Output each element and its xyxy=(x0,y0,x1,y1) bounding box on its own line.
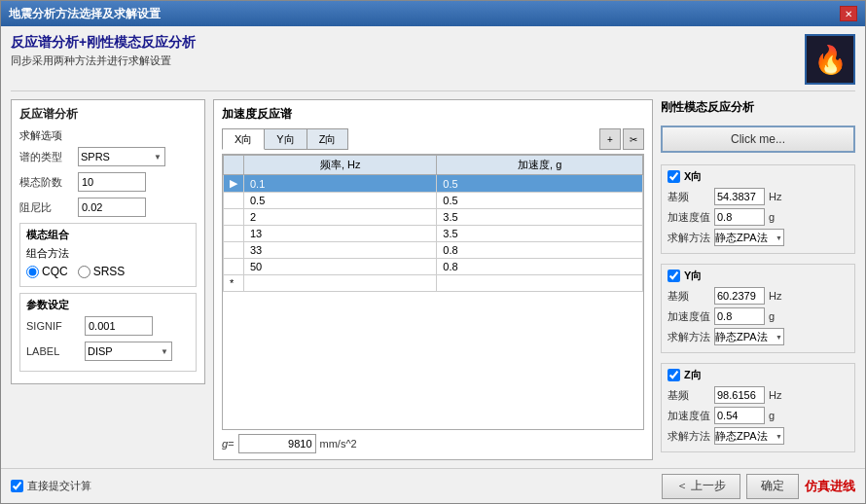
footer-watermark: 仿真进线 xyxy=(805,478,855,495)
modal-order-label: 模态阶数 xyxy=(19,175,74,190)
z-base-freq-input[interactable] xyxy=(714,386,765,404)
table-row[interactable]: 0.50.5 xyxy=(224,193,643,209)
y-base-freq-row: 基频 Hz xyxy=(668,287,848,305)
y-accel-row: 加速度值 g xyxy=(668,307,848,325)
header-title: 反应谱分析+刚性模态反应分析 xyxy=(11,34,196,52)
z-accel-input[interactable] xyxy=(714,407,765,424)
x-base-freq-input[interactable] xyxy=(714,188,765,205)
arrow-cell xyxy=(224,259,244,275)
prev-button[interactable]: ＜ 上一步 xyxy=(662,474,740,499)
x-accel-unit: g xyxy=(769,211,788,223)
z-method-select[interactable]: 静态ZPA法 xyxy=(714,427,784,445)
tab-z[interactable]: Z向 xyxy=(307,128,349,150)
table-row[interactable]: 23.5 xyxy=(224,209,643,226)
submit-checkbox-label: 直接提交计算 xyxy=(27,479,91,493)
x-method-label: 求解方法 xyxy=(668,231,710,245)
z-accel-unit: g xyxy=(769,410,788,421)
delete-row-button[interactable]: ✂ xyxy=(623,128,644,150)
accel-cell: 0.5 xyxy=(437,175,643,193)
gravity-input[interactable] xyxy=(238,434,316,453)
table-row[interactable]: 133.5 xyxy=(224,226,643,242)
damping-label: 阻尼比 xyxy=(19,200,74,215)
y-method-row: 求解方法 静态ZPA法 xyxy=(668,328,848,345)
header-subtitle: 同步采用两种方法并进行求解设置 xyxy=(11,54,196,68)
z-dir-group: Z向 基频 Hz 加速度值 g 求解方法 xyxy=(661,363,855,452)
x-dir-group: X向 基频 Hz 加速度值 g 求解方法 xyxy=(661,164,855,254)
main-window: 地震分析方法选择及求解设置 ✕ 反应谱分析+刚性模态反应分析 同步采用两种方法并… xyxy=(0,0,866,504)
x-base-freq-unit: Hz xyxy=(769,191,788,202)
arrow-cell xyxy=(224,193,244,209)
y-base-freq-label: 基频 xyxy=(668,289,710,304)
main-panels: 反应谱分析 求解选项 谱的类型 SPRS 模态阶数 xyxy=(11,99,855,460)
y-dir-checkbox[interactable] xyxy=(668,270,680,282)
response-title: 反应谱分析 xyxy=(19,106,197,123)
table-row[interactable]: ▶0.10.5 xyxy=(224,175,643,193)
x-method-row: 求解方法 静态ZPA法 xyxy=(668,229,848,246)
modal-combo-group: 模态组合 组合方法 CQC SRSS xyxy=(19,223,197,287)
z-method-label: 求解方法 xyxy=(668,429,710,444)
header-text: 反应谱分析+刚性模态反应分析 同步采用两种方法并进行求解设置 xyxy=(11,34,196,68)
label-select-wrapper: DISP xyxy=(85,342,172,361)
signif-input[interactable] xyxy=(85,316,153,336)
click-me-button[interactable]: Click me... xyxy=(661,126,855,153)
accel-col-header: 加速度, g xyxy=(437,156,643,175)
z-accel-row: 加速度值 g xyxy=(668,407,848,424)
freq-cell: 33 xyxy=(244,242,437,259)
submit-checkbox[interactable] xyxy=(11,480,23,492)
mid-panel: 加速度反应谱 X向 Y向 Z向 + ✂ 频率, H xyxy=(213,99,653,460)
label-label: LABEL xyxy=(26,345,81,357)
srss-radio[interactable] xyxy=(78,266,90,278)
header-logo: 🔥 xyxy=(805,34,855,85)
table-row[interactable]: 500.8 xyxy=(224,259,643,275)
gravity-row: g= mm/s^2 xyxy=(222,434,644,453)
label-row: LABEL DISP xyxy=(26,342,190,361)
y-dir-group: Y向 基频 Hz 加速度值 g 求解方法 xyxy=(661,264,855,353)
header-section: 反应谱分析+刚性模态反应分析 同步采用两种方法并进行求解设置 🔥 xyxy=(11,34,855,91)
arrow-cell xyxy=(224,209,244,226)
modal-combo-title: 模态组合 xyxy=(26,228,190,242)
combo-radio-row: CQC SRSS xyxy=(26,265,190,278)
x-dir-checkbox[interactable] xyxy=(668,170,680,183)
add-row-button[interactable]: + xyxy=(599,128,621,150)
table-row-new[interactable]: * xyxy=(224,275,643,292)
modal-order-input[interactable] xyxy=(78,172,146,192)
cqc-label: CQC xyxy=(42,265,68,278)
gravity-unit: mm/s^2 xyxy=(320,438,357,450)
cqc-option[interactable]: CQC xyxy=(26,265,68,278)
tab-icons: + ✂ xyxy=(599,128,644,150)
cqc-radio[interactable] xyxy=(26,266,39,278)
srss-option[interactable]: SRSS xyxy=(78,265,126,278)
freq-col-header: 频率, Hz xyxy=(244,156,437,175)
label-select[interactable]: DISP xyxy=(85,342,172,361)
tab-y[interactable]: Y向 xyxy=(265,128,307,150)
title-controls: ✕ xyxy=(840,6,857,21)
spectrum-type-select-wrapper: SPRS xyxy=(78,147,165,166)
z-dir-checkbox[interactable] xyxy=(668,369,680,381)
table-row[interactable]: 330.8 xyxy=(224,242,643,259)
close-button[interactable]: ✕ xyxy=(840,6,857,21)
spectrum-type-select[interactable]: SPRS xyxy=(78,147,165,166)
x-method-select-wrapper: 静态ZPA法 xyxy=(714,229,784,246)
y-base-freq-input[interactable] xyxy=(714,287,765,305)
z-dir-label: Z向 xyxy=(684,368,702,382)
accel-cell: 0.8 xyxy=(437,259,643,275)
confirm-button[interactable]: 确定 xyxy=(746,474,799,499)
tab-x[interactable]: X向 xyxy=(222,128,265,150)
y-method-select[interactable]: 静态ZPA法 xyxy=(714,328,784,345)
y-dir-label: Y向 xyxy=(684,269,702,283)
freq-cell: 0.1 xyxy=(244,175,437,193)
y-accel-input[interactable] xyxy=(714,307,765,325)
x-dir-label: X向 xyxy=(684,169,702,184)
x-accel-input[interactable] xyxy=(714,208,765,226)
z-base-freq-unit: Hz xyxy=(769,389,788,401)
srss-label: SRSS xyxy=(93,265,126,278)
y-base-freq-unit: Hz xyxy=(769,290,788,302)
param-title: 参数设定 xyxy=(26,298,190,312)
damping-input[interactable] xyxy=(78,198,146,217)
tabs-row: X向 Y向 Z向 + ✂ xyxy=(222,128,644,150)
accel-cell: 0.5 xyxy=(437,193,643,209)
right-panel: 刚性模态反应分析 Click me... X向 基频 Hz 加速度值 xyxy=(661,99,855,460)
window-title: 地震分析方法选择及求解设置 xyxy=(9,6,161,22)
x-method-select[interactable]: 静态ZPA法 xyxy=(714,229,784,246)
x-dir-header: X向 xyxy=(668,169,848,184)
